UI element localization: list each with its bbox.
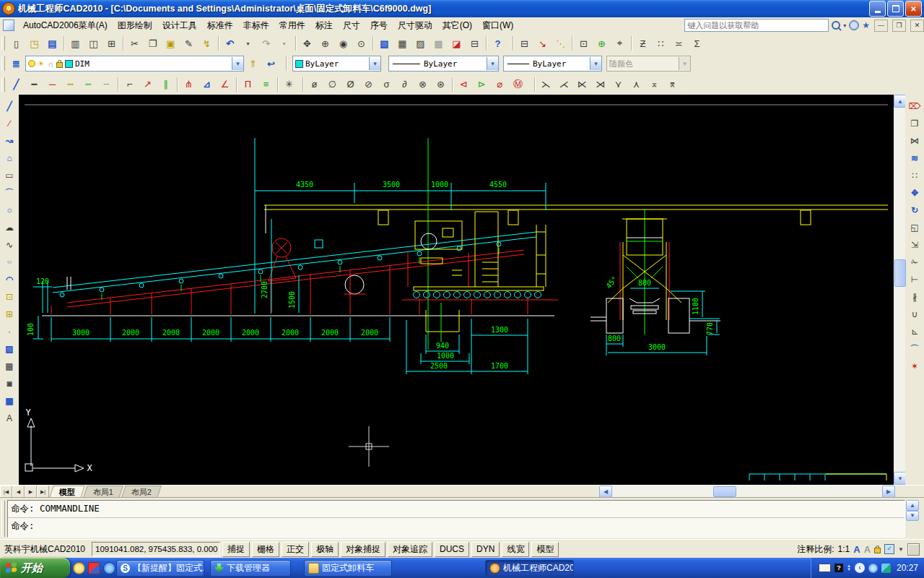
toggle-dyn[interactable]: DYN xyxy=(471,542,500,557)
hide-tray-icons-button[interactable]: ‹ xyxy=(855,563,865,573)
search-icon[interactable] xyxy=(832,21,840,30)
ellipse-arc-button[interactable]: ◠ xyxy=(1,271,18,288)
command-scroll-down-button[interactable]: ▼ xyxy=(906,511,919,522)
thick-line-button[interactable]: ━ xyxy=(25,75,43,93)
parallel-button[interactable]: ∥ xyxy=(157,75,175,93)
tray-app-icon-2[interactable] xyxy=(881,564,891,573)
designcenter-button[interactable]: ▦ xyxy=(393,35,411,53)
quicklaunch-icon-1[interactable] xyxy=(73,562,85,574)
dia-dim-button[interactable]: ⌀ xyxy=(491,75,509,93)
revcloud-button[interactable]: ☁ xyxy=(1,219,18,236)
vertical-scroll-thumb[interactable] xyxy=(894,259,906,287)
ellipse-button[interactable]: ○ xyxy=(1,254,18,271)
menu-common-parts[interactable]: 常用件 xyxy=(274,18,310,33)
sum-button[interactable]: Σ xyxy=(688,35,706,53)
annotation-autoscale-icon[interactable]: A xyxy=(864,544,871,555)
symmetry-1-button[interactable]: ⋋ xyxy=(537,75,555,93)
help-button[interactable]: ? xyxy=(489,35,507,53)
corner-button[interactable]: ⌐ xyxy=(121,75,139,93)
trim-button[interactable]: ✁ xyxy=(906,254,923,271)
menu-dim-drive[interactable]: 尺寸驱动 xyxy=(393,18,437,33)
horizontal-scrollbar[interactable]: ◀ ▶ xyxy=(599,486,895,498)
clean-screen-button[interactable] xyxy=(907,543,920,556)
fillet-button[interactable]: ⌒ xyxy=(906,340,923,358)
status-menu-chevron-icon[interactable]: ▼ xyxy=(898,546,904,553)
open-button[interactable]: ◳ xyxy=(25,35,43,53)
task-button-download-manager[interactable]: 下载管理器 xyxy=(210,560,291,577)
vertex-button[interactable]: ⊿ xyxy=(198,75,216,93)
toggle-grid[interactable]: 栅格 xyxy=(252,542,279,557)
dim-centermark-button[interactable]: ⊕ xyxy=(593,35,611,53)
menu-serial[interactable]: 序号 xyxy=(365,18,393,33)
layer-manager-button[interactable]: ≣ xyxy=(7,55,25,73)
task-button-folder[interactable]: 固定式卸料车 xyxy=(304,560,392,577)
divide-button[interactable]: ⋔ xyxy=(180,75,198,93)
command-prompt-line[interactable]: 命令: xyxy=(8,518,905,535)
redo-button[interactable]: ↷ xyxy=(257,35,275,53)
rectangle-button[interactable]: ▭ xyxy=(1,167,18,184)
sketch-button[interactable]: ↗ xyxy=(139,75,157,93)
symmetry-5-button[interactable]: ⋎ xyxy=(609,75,627,93)
copy-button[interactable]: ❐ xyxy=(144,35,162,53)
communication-center-icon[interactable] xyxy=(849,20,859,30)
drawing-canvas[interactable]: 4350 3500 1000 4550 xyxy=(19,95,894,485)
menu-other[interactable]: 其它(O) xyxy=(437,18,477,33)
new-button[interactable]: ▯ xyxy=(7,35,25,53)
block-editor-button[interactable]: ↯ xyxy=(198,35,216,53)
circle-star-button[interactable]: ⊛ xyxy=(432,75,450,93)
break-button[interactable]: ∦ xyxy=(906,288,923,306)
coordinates-display[interactable]: 1091041.082, 975435.833, 0.000 xyxy=(92,542,220,556)
layer-combo[interactable]: ☀ ☼ DIM ▾ xyxy=(25,56,244,72)
hatch-comb-button[interactable]: Π xyxy=(239,75,257,93)
keyboard-icon[interactable] xyxy=(819,564,831,572)
tray-app-icon-1[interactable] xyxy=(868,564,878,573)
hatch-button[interactable]: ▨ xyxy=(1,340,18,358)
mdi-close-button[interactable]: ✕ xyxy=(910,20,924,32)
symmetry-3-button[interactable]: ⋉ xyxy=(573,75,591,93)
dashed-line-button[interactable]: ┅ xyxy=(61,75,79,93)
toolbar-grip[interactable] xyxy=(1,36,5,51)
explode-button[interactable]: ✶ xyxy=(906,358,923,375)
horizontal-scroll-track[interactable] xyxy=(612,486,882,498)
array-button[interactable]: ∷ xyxy=(906,167,923,184)
dim-frame-button[interactable]: ⊡ xyxy=(575,35,593,53)
plot-preview-button[interactable]: ◫ xyxy=(84,35,103,53)
ime-help-icon[interactable]: ? xyxy=(834,564,843,572)
insert-block-button[interactable]: ⊡ xyxy=(1,288,18,306)
task-button-notice[interactable]: S 【新提醒】固定式... xyxy=(116,560,204,577)
construction-star-button[interactable]: ✳ xyxy=(280,75,298,93)
properties-button[interactable]: ▧ xyxy=(375,35,393,53)
menu-window[interactable]: 窗口(W) xyxy=(477,18,518,33)
center-line-button[interactable]: ┉ xyxy=(79,75,97,93)
tab-next-button[interactable]: ▶ xyxy=(25,486,37,498)
favorites-icon[interactable]: ★ xyxy=(862,20,870,30)
menu-autocad2006[interactable]: AutoCAD2006菜单(A) xyxy=(18,18,113,33)
vertical-scrollbar[interactable]: ▲ ▼ xyxy=(894,95,905,485)
menu-design-tools[interactable]: 设计工具 xyxy=(157,18,202,33)
taskbar-clock[interactable]: 20:27 xyxy=(897,563,918,573)
diameter-3-button[interactable]: Ø xyxy=(341,75,359,93)
symmetry-8-button[interactable]: ⌆ xyxy=(663,75,681,93)
scale-button[interactable]: ◱ xyxy=(906,219,923,236)
zoom-realtime-button[interactable]: ⊕ xyxy=(316,35,334,53)
text-button[interactable]: A xyxy=(1,410,18,427)
mdi-minimize-button[interactable]: — xyxy=(874,20,888,32)
tab-first-button[interactable]: |◀ xyxy=(0,486,12,498)
plot-button[interactable]: ▥ xyxy=(66,35,84,53)
task-button-cad[interactable]: 机械工程师CAD201... xyxy=(485,560,574,577)
toggle-otrack[interactable]: 对象追踪 xyxy=(388,542,432,557)
zoom-previous-button[interactable]: ⊙ xyxy=(352,35,370,53)
gradient-button[interactable]: ▩ xyxy=(1,358,18,375)
annotation-scale-value[interactable]: 1:1 xyxy=(838,544,850,554)
polyline-button[interactable]: ↝ xyxy=(1,132,18,150)
construction-line-button[interactable]: ∕ xyxy=(1,115,18,132)
move-button[interactable]: ✥ xyxy=(906,184,923,202)
calculator-button[interactable]: ⊟ xyxy=(466,35,484,53)
toggle-model-space[interactable]: 模型 xyxy=(531,542,559,557)
chevron-down-icon[interactable]: ▾ xyxy=(487,57,498,70)
close-button[interactable]: ✕ xyxy=(905,1,922,17)
search-dropdown-icon[interactable]: ▾ xyxy=(843,22,846,29)
diameter-2-button[interactable]: ∅ xyxy=(323,75,341,93)
horizontal-scroll-thumb[interactable] xyxy=(713,486,736,497)
tray-spinner-icon[interactable]: ▲▼ xyxy=(847,564,851,571)
